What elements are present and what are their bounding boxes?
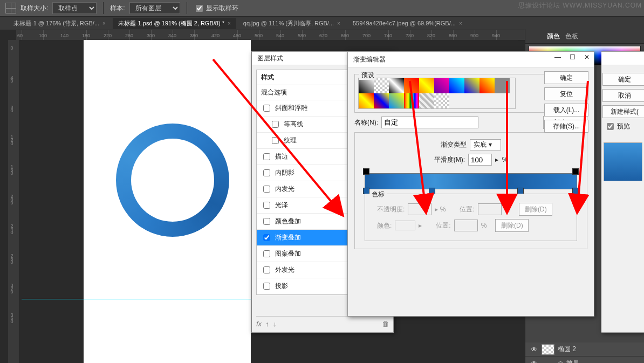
- show-sample-ring-check[interactable]: 显示取样环: [194, 3, 238, 13]
- maximize-icon[interactable]: ☐: [570, 53, 576, 61]
- eye-icon[interactable]: 👁: [530, 346, 538, 353]
- opacity-input: [408, 203, 431, 215]
- close-icon[interactable]: ×: [459, 20, 462, 26]
- smoothness-input[interactable]: [468, 154, 492, 166]
- tab-doc-2[interactable]: 未标题-1.psd @ 191% (椭圆 2, RGB/8) *×: [113, 18, 236, 29]
- position-input: [478, 203, 502, 215]
- close-icon[interactable]: ✕: [584, 53, 590, 61]
- close-icon[interactable]: ×: [228, 20, 231, 26]
- delete-button: 删除(D): [495, 219, 529, 232]
- save-button[interactable]: 存储(S)...: [544, 120, 588, 133]
- gradient-editor-dialog: 渐变编辑器 — ☐ ✕ 预设 ⚙. 确定: [347, 51, 594, 317]
- minimize-icon[interactable]: —: [554, 53, 561, 61]
- tab-doc-1[interactable]: 未标题-1 @ 176% (背景, RGB/...×: [8, 18, 111, 29]
- delete-button: 删除(D): [519, 203, 552, 216]
- sample-label: 样本:: [110, 4, 125, 13]
- artboard: [84, 40, 251, 363]
- reset-button[interactable]: 复位: [544, 87, 588, 100]
- load-button[interactable]: 载入(L)...: [544, 104, 588, 117]
- tab-color[interactable]: 颜色: [547, 32, 560, 41]
- fx-icon[interactable]: fx ↑ ↓: [256, 320, 277, 328]
- presets-label: 预设: [359, 71, 376, 80]
- layer-style-buttons: 确定 取消 新建样式( 预览: [601, 51, 644, 333]
- opacity-label: 不透明度:: [377, 205, 405, 214]
- preset-swatches[interactable]: [358, 78, 516, 109]
- eye-icon[interactable]: 👁: [530, 360, 538, 364]
- watermark: 思缘设计论坛 WWW.MISSYUAN.COM: [518, 1, 642, 10]
- cancel-button[interactable]: 取消: [602, 89, 644, 102]
- preview-check[interactable]: 预览: [605, 121, 644, 132]
- dialog-footer: fx ↑ ↓ 🗑: [256, 316, 389, 328]
- color-label: 颜色:: [377, 221, 392, 230]
- ruler-vertical: 04080120160200240280320360: [8, 40, 20, 363]
- ok-button[interactable]: 确定: [602, 73, 644, 86]
- color-swatch: [395, 221, 415, 230]
- layer-effects-label: 效果: [566, 359, 579, 363]
- sample-size-select[interactable]: 取样点: [52, 2, 97, 14]
- tab-doc-4[interactable]: 55949a428e4c7.jpeg @ 69.9%(RGB/...×: [347, 18, 468, 28]
- sample-size-label: 取样大小:: [20, 4, 48, 13]
- tab-doc-3[interactable]: qq.jpg @ 111% (秀川临摹, RGB/...×: [238, 18, 346, 29]
- new-style-button[interactable]: 新建样式(: [602, 105, 644, 118]
- opacity-stop[interactable]: [363, 168, 369, 175]
- close-icon[interactable]: ×: [337, 20, 340, 26]
- document-tabs: 未标题-1 @ 176% (背景, RGB/...× 未标题-1.psd @ 1…: [0, 17, 644, 30]
- gradient-editor-buttons: 确定 复位 载入(L)... 存储(S)...: [544, 71, 588, 136]
- gradient-type-select[interactable]: 实底 ▾: [470, 139, 501, 150]
- ellipse-shape[interactable]: [116, 124, 229, 237]
- close-icon[interactable]: ×: [102, 20, 106, 26]
- layer-row-ellipse[interactable]: 👁 椭圆 2: [525, 343, 644, 357]
- layer-row-effects[interactable]: 👁 ◎ 效果: [525, 357, 644, 363]
- opacity-stop[interactable]: [572, 168, 579, 175]
- sample-select[interactable]: 所有图层: [129, 2, 180, 14]
- name-input[interactable]: [381, 117, 478, 128]
- trash-icon[interactable]: 🗑: [382, 320, 389, 328]
- gradient-bar[interactable]: [365, 173, 577, 189]
- eyedropper-tool-icon[interactable]: [5, 3, 16, 13]
- name-label: 名称(N):: [354, 118, 378, 127]
- smoothness-label: 平滑度(M):: [434, 155, 465, 165]
- ok-button[interactable]: 确定: [544, 71, 588, 84]
- stops-group: 色标 不透明度: ▸ % 位置: % 删除(D) 颜色: ▸ 位置: % 删除(…: [365, 194, 577, 241]
- gradient-type-label: 渐变类型: [441, 140, 467, 149]
- gradient-editor-title: 渐变编辑器 — ☐ ✕: [348, 52, 594, 67]
- layer-name: 椭圆 2: [558, 345, 576, 354]
- position-label: 位置:: [460, 205, 474, 214]
- tab-swatches[interactable]: 色板: [565, 32, 578, 41]
- layer-thumb: [542, 344, 554, 355]
- preview-swatch: [604, 142, 642, 181]
